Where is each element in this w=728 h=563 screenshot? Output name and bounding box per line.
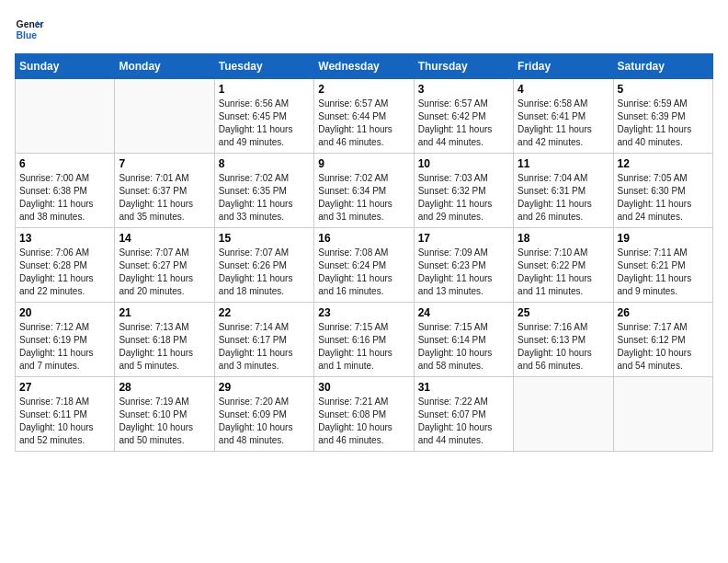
calendar-cell: 25Sunrise: 7:16 AM Sunset: 6:13 PM Dayli… [514, 303, 613, 377]
calendar-cell: 18Sunrise: 7:10 AM Sunset: 6:22 PM Dayli… [514, 228, 613, 303]
day-number: 1 [219, 83, 310, 96]
calendar-cell: 4Sunrise: 6:58 AM Sunset: 6:41 PM Daylig… [514, 79, 613, 154]
day-info: Sunrise: 7:13 AM Sunset: 6:18 PM Dayligh… [119, 321, 210, 373]
day-number: 13 [19, 232, 110, 245]
day-info: Sunrise: 7:07 AM Sunset: 6:27 PM Dayligh… [119, 247, 210, 298]
calendar-cell [514, 377, 613, 452]
day-info: Sunrise: 7:07 AM Sunset: 6:26 PM Dayligh… [219, 247, 310, 298]
calendar-cell [613, 377, 712, 452]
svg-text:Blue: Blue [17, 30, 38, 40]
day-info: Sunrise: 7:09 AM Sunset: 6:23 PM Dayligh… [418, 247, 509, 298]
calendar-week-2: 6Sunrise: 7:00 AM Sunset: 6:38 PM Daylig… [16, 154, 713, 228]
day-number: 24 [418, 306, 509, 319]
day-number: 29 [219, 381, 310, 394]
calendar-cell: 5Sunrise: 6:59 AM Sunset: 6:39 PM Daylig… [613, 79, 712, 154]
day-info: Sunrise: 7:11 AM Sunset: 6:21 PM Dayligh… [618, 247, 709, 298]
day-info: Sunrise: 7:18 AM Sunset: 6:11 PM Dayligh… [19, 396, 110, 447]
calendar-cell: 17Sunrise: 7:09 AM Sunset: 6:23 PM Dayli… [414, 228, 513, 303]
day-number: 4 [518, 83, 609, 96]
calendar-cell: 27Sunrise: 7:18 AM Sunset: 6:11 PM Dayli… [16, 377, 115, 452]
calendar-cell: 13Sunrise: 7:06 AM Sunset: 6:28 PM Dayli… [16, 228, 115, 303]
calendar-cell: 7Sunrise: 7:01 AM Sunset: 6:37 PM Daylig… [115, 154, 214, 228]
calendar-header-thursday: Thursday [414, 54, 513, 79]
day-info: Sunrise: 6:56 AM Sunset: 6:45 PM Dayligh… [219, 98, 310, 149]
day-number: 12 [618, 157, 709, 170]
calendar-cell: 30Sunrise: 7:21 AM Sunset: 6:08 PM Dayli… [314, 377, 414, 452]
day-info: Sunrise: 7:14 AM Sunset: 6:17 PM Dayligh… [219, 321, 310, 373]
day-number: 21 [119, 306, 210, 319]
day-number: 14 [119, 232, 210, 245]
day-number: 16 [318, 232, 409, 245]
day-info: Sunrise: 7:16 AM Sunset: 6:13 PM Dayligh… [518, 321, 609, 373]
calendar-header-monday: Monday [115, 54, 214, 79]
day-info: Sunrise: 7:01 AM Sunset: 6:37 PM Dayligh… [119, 172, 210, 224]
logo: General Blue [15, 15, 44, 44]
calendar-table: SundayMondayTuesdayWednesdayThursdayFrid… [15, 53, 713, 452]
calendar-cell: 10Sunrise: 7:03 AM Sunset: 6:32 PM Dayli… [414, 154, 513, 228]
day-number: 28 [119, 381, 210, 394]
day-number: 15 [219, 232, 310, 245]
page-header: General Blue [15, 15, 713, 44]
day-number: 6 [19, 157, 110, 170]
day-info: Sunrise: 7:19 AM Sunset: 6:10 PM Dayligh… [119, 396, 210, 447]
calendar-week-1: 1Sunrise: 6:56 AM Sunset: 6:45 PM Daylig… [16, 79, 713, 154]
day-number: 2 [318, 83, 409, 96]
day-number: 18 [518, 232, 609, 245]
calendar-cell: 8Sunrise: 7:02 AM Sunset: 6:35 PM Daylig… [214, 154, 313, 228]
calendar-cell: 15Sunrise: 7:07 AM Sunset: 6:26 PM Dayli… [214, 228, 313, 303]
day-number: 31 [418, 381, 509, 394]
day-number: 26 [618, 306, 709, 319]
calendar-cell: 6Sunrise: 7:00 AM Sunset: 6:38 PM Daylig… [16, 154, 115, 228]
day-info: Sunrise: 7:15 AM Sunset: 6:16 PM Dayligh… [318, 321, 409, 373]
calendar-cell: 22Sunrise: 7:14 AM Sunset: 6:17 PM Dayli… [214, 303, 313, 377]
day-number: 27 [19, 381, 110, 394]
day-number: 30 [318, 381, 409, 394]
day-info: Sunrise: 7:02 AM Sunset: 6:35 PM Dayligh… [219, 172, 310, 224]
day-number: 5 [618, 83, 709, 96]
calendar-cell: 11Sunrise: 7:04 AM Sunset: 6:31 PM Dayli… [514, 154, 613, 228]
day-info: Sunrise: 7:08 AM Sunset: 6:24 PM Dayligh… [318, 247, 409, 298]
day-number: 8 [219, 157, 310, 170]
day-info: Sunrise: 6:58 AM Sunset: 6:41 PM Dayligh… [518, 98, 609, 149]
calendar-cell [16, 79, 115, 154]
day-number: 19 [618, 232, 709, 245]
day-info: Sunrise: 7:20 AM Sunset: 6:09 PM Dayligh… [219, 396, 310, 447]
day-info: Sunrise: 7:05 AM Sunset: 6:30 PM Dayligh… [618, 172, 709, 224]
calendar-cell: 19Sunrise: 7:11 AM Sunset: 6:21 PM Dayli… [613, 228, 712, 303]
day-info: Sunrise: 7:22 AM Sunset: 6:07 PM Dayligh… [418, 396, 509, 447]
day-info: Sunrise: 7:12 AM Sunset: 6:19 PM Dayligh… [19, 321, 110, 373]
day-info: Sunrise: 7:04 AM Sunset: 6:31 PM Dayligh… [518, 172, 609, 224]
calendar-week-5: 27Sunrise: 7:18 AM Sunset: 6:11 PM Dayli… [16, 377, 713, 452]
day-info: Sunrise: 6:57 AM Sunset: 6:44 PM Dayligh… [318, 98, 409, 149]
day-number: 9 [318, 157, 409, 170]
calendar-header-tuesday: Tuesday [214, 54, 313, 79]
calendar-cell: 24Sunrise: 7:15 AM Sunset: 6:14 PM Dayli… [414, 303, 513, 377]
calendar-week-4: 20Sunrise: 7:12 AM Sunset: 6:19 PM Dayli… [16, 303, 713, 377]
day-info: Sunrise: 7:21 AM Sunset: 6:08 PM Dayligh… [318, 396, 409, 447]
day-info: Sunrise: 7:06 AM Sunset: 6:28 PM Dayligh… [19, 247, 110, 298]
day-number: 3 [418, 83, 509, 96]
calendar-header-wednesday: Wednesday [314, 54, 414, 79]
logo-icon: General Blue [15, 15, 44, 44]
day-info: Sunrise: 7:17 AM Sunset: 6:12 PM Dayligh… [618, 321, 709, 373]
calendar-cell: 23Sunrise: 7:15 AM Sunset: 6:16 PM Dayli… [314, 303, 414, 377]
calendar-header-friday: Friday [514, 54, 613, 79]
day-number: 22 [219, 306, 310, 319]
day-info: Sunrise: 7:00 AM Sunset: 6:38 PM Dayligh… [19, 172, 110, 224]
calendar-cell: 3Sunrise: 6:57 AM Sunset: 6:42 PM Daylig… [414, 79, 513, 154]
calendar-cell: 21Sunrise: 7:13 AM Sunset: 6:18 PM Dayli… [115, 303, 214, 377]
calendar-header-row: SundayMondayTuesdayWednesdayThursdayFrid… [16, 54, 713, 79]
day-number: 10 [418, 157, 509, 170]
calendar-cell: 28Sunrise: 7:19 AM Sunset: 6:10 PM Dayli… [115, 377, 214, 452]
calendar-cell: 12Sunrise: 7:05 AM Sunset: 6:30 PM Dayli… [613, 154, 712, 228]
calendar-header-sunday: Sunday [16, 54, 115, 79]
day-info: Sunrise: 7:15 AM Sunset: 6:14 PM Dayligh… [418, 321, 509, 373]
day-number: 17 [418, 232, 509, 245]
day-info: Sunrise: 7:03 AM Sunset: 6:32 PM Dayligh… [418, 172, 509, 224]
day-number: 7 [119, 157, 210, 170]
calendar-header-saturday: Saturday [613, 54, 712, 79]
calendar-cell: 31Sunrise: 7:22 AM Sunset: 6:07 PM Dayli… [414, 377, 513, 452]
calendar-cell: 20Sunrise: 7:12 AM Sunset: 6:19 PM Dayli… [16, 303, 115, 377]
day-number: 20 [19, 306, 110, 319]
day-info: Sunrise: 7:10 AM Sunset: 6:22 PM Dayligh… [518, 247, 609, 298]
